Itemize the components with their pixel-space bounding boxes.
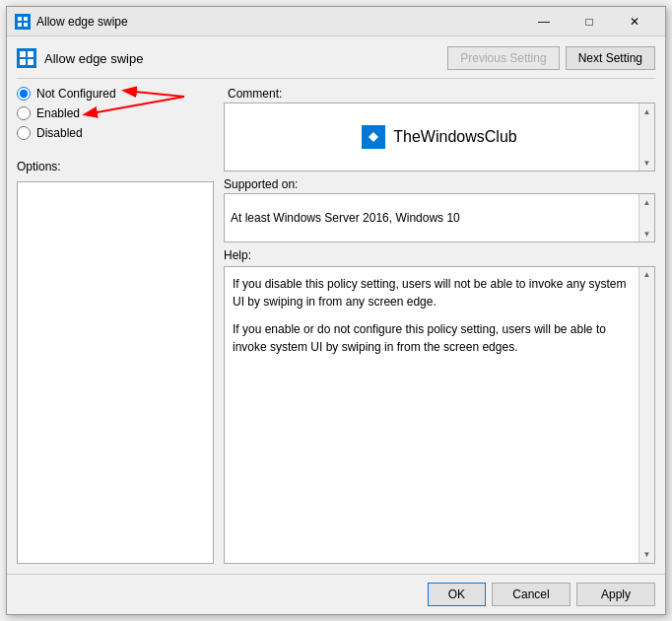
- supported-scrollbar: ▲ ▼: [638, 194, 654, 242]
- next-setting-button[interactable]: Next Setting: [566, 46, 655, 70]
- apply-button[interactable]: Apply: [576, 583, 655, 606]
- help-paragraph-2: If you enable or do not configure this p…: [233, 320, 646, 356]
- main-window: Allow edge swipe — □ ✕ Allow edge swipe …: [6, 6, 666, 615]
- svg-rect-3: [24, 23, 28, 27]
- svg-rect-6: [28, 51, 34, 57]
- radio-group: Not Configured Enabled Disabled: [17, 87, 214, 140]
- radio-enabled-input[interactable]: [17, 106, 31, 120]
- svg-rect-0: [18, 17, 22, 21]
- radio-not-configured[interactable]: Not Configured: [17, 87, 214, 101]
- supported-box: At least Windows Server 2016, Windows 10…: [224, 193, 655, 242]
- radio-enabled[interactable]: Enabled: [17, 106, 214, 120]
- supported-section: Supported on: At least Windows Server 20…: [224, 177, 655, 242]
- svg-rect-5: [20, 51, 26, 57]
- logo-text: TheWindowsClub: [393, 128, 516, 146]
- svg-rect-2: [18, 23, 22, 27]
- minimize-button[interactable]: —: [521, 7, 567, 36]
- comment-box: TheWindowsClub ▲ ▼: [224, 103, 655, 172]
- help-paragraph-1: If you disable this policy setting, user…: [233, 275, 646, 310]
- header-row: Allow edge swipe Previous Setting Next S…: [17, 46, 655, 79]
- supported-scroll-up[interactable]: ▲: [639, 194, 655, 210]
- help-box: If you disable this policy setting, user…: [224, 266, 655, 564]
- logo-area: TheWindowsClub: [362, 125, 516, 149]
- header-title: Allow edge swipe: [44, 51, 439, 66]
- scroll-down-arrow[interactable]: ▼: [639, 155, 655, 171]
- supported-label: Supported on:: [224, 177, 655, 191]
- help-label: Help:: [224, 248, 655, 262]
- comment-section: Comment: TheWindowsClub: [224, 87, 655, 172]
- radio-disabled-label: Disabled: [36, 126, 83, 140]
- help-section: Help: If you disable this policy setting…: [224, 248, 655, 564]
- radio-disabled-input[interactable]: [17, 126, 31, 140]
- left-panel: Not Configured Enabled Disabled: [17, 87, 214, 564]
- supported-scroll-down[interactable]: ▼: [639, 226, 655, 242]
- svg-rect-1: [24, 17, 28, 21]
- svg-rect-7: [20, 59, 26, 65]
- svg-rect-8: [28, 59, 34, 65]
- radio-not-configured-input[interactable]: [17, 87, 31, 101]
- comment-scrollbar: ▲ ▼: [638, 104, 654, 171]
- main-area: Not Configured Enabled Disabled: [17, 87, 655, 564]
- radio-enabled-label: Enabled: [36, 106, 80, 120]
- window-icon: [15, 14, 31, 30]
- help-scroll-up[interactable]: ▲: [639, 267, 655, 283]
- close-button[interactable]: ✕: [612, 7, 657, 36]
- options-label: Options:: [17, 160, 214, 173]
- right-panel: Comment: TheWindowsClub: [224, 87, 655, 564]
- comment-label: Comment:: [228, 87, 655, 101]
- options-box: [17, 181, 214, 564]
- title-bar: Allow edge swipe — □ ✕: [7, 7, 665, 36]
- logo-icon: [362, 125, 385, 149]
- help-scroll-down[interactable]: ▼: [639, 547, 655, 563]
- window-controls: — □ ✕: [521, 7, 657, 36]
- content-area: Allow edge swipe Previous Setting Next S…: [7, 36, 665, 574]
- radio-disabled[interactable]: Disabled: [17, 126, 214, 140]
- supported-text: At least Windows Server 2016, Windows 10: [231, 211, 648, 225]
- header-icon: [17, 48, 36, 68]
- cancel-button[interactable]: Cancel: [492, 583, 571, 606]
- radio-group-container: Not Configured Enabled Disabled: [17, 87, 214, 148]
- maximize-button[interactable]: □: [567, 7, 612, 36]
- bottom-bar: OK Cancel Apply: [7, 574, 665, 614]
- header-buttons: Previous Setting Next Setting: [447, 46, 655, 70]
- help-scrollbar: ▲ ▼: [638, 267, 654, 563]
- prev-setting-button[interactable]: Previous Setting: [447, 46, 559, 70]
- radio-not-configured-label: Not Configured: [36, 87, 116, 101]
- scroll-up-arrow[interactable]: ▲: [639, 104, 655, 119]
- window-title: Allow edge swipe: [36, 15, 521, 29]
- ok-button[interactable]: OK: [428, 583, 486, 606]
